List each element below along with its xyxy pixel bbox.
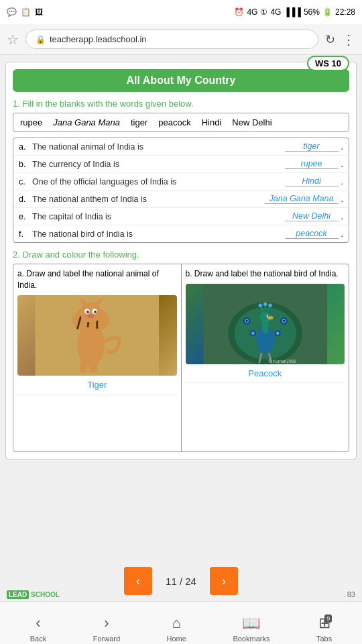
tabs-label: Tabs: [316, 635, 332, 643]
home-label: Home: [167, 635, 186, 643]
letter-f: f.: [19, 229, 29, 239]
next-button[interactable]: ›: [210, 567, 238, 595]
nav-forward[interactable]: › Forward: [93, 614, 120, 643]
lead-text: LEAD: [7, 590, 29, 599]
letter-b: b.: [19, 160, 29, 169]
word-jana-gana-mana: Jana Gana Mana: [53, 117, 120, 127]
current-page: 11: [166, 576, 177, 587]
forward-label: Forward: [93, 635, 120, 643]
answer-a: tiger: [285, 142, 339, 152]
worksheet: WS 10 All About My Country 1. Fill in th…: [5, 62, 357, 460]
text-e: The capital of India is: [32, 212, 282, 221]
bookmarks-label: Bookmarks: [233, 635, 269, 643]
tiger-blank-area: [17, 394, 177, 447]
message-icon: 💬: [7, 7, 17, 17]
svg-point-40: [268, 303, 272, 307]
draw-label-tiger: a. Draw and label the national animal of…: [17, 268, 177, 291]
pagination-bar: LEAD SCHOOL ‹ 11 / 24 › 83: [0, 561, 362, 601]
forward-icon: ›: [104, 614, 109, 632]
network-label: 4G: [247, 7, 257, 17]
page-info: 11 / 24: [166, 576, 196, 587]
fill-row-f: f. The national bird of India is peacock…: [13, 225, 349, 242]
fill-blanks-table: a. The national animal of India is tiger…: [13, 138, 349, 243]
svg-point-13: [87, 314, 95, 318]
4g-label: 4G: [270, 7, 281, 17]
worksheet-title: All About My Country: [13, 69, 349, 92]
url-text: teacherapp.leadschool.in: [50, 34, 147, 44]
reload-icon[interactable]: ↻: [325, 32, 335, 47]
peacock-caption: Peacock: [186, 368, 345, 378]
total-pages: 24: [185, 576, 196, 587]
status-left-icons: 💬 📋 🖼: [7, 7, 43, 17]
battery-label: 56%: [304, 7, 320, 17]
prev-button[interactable]: ‹: [124, 567, 152, 595]
answer-e: New Delhi: [285, 211, 339, 221]
nav-bookmarks[interactable]: 📖 Bookmarks: [233, 614, 269, 643]
svg-point-11: [86, 311, 89, 313]
svg-point-43: [267, 315, 269, 317]
sim-icon: ①: [260, 7, 267, 17]
page-corner-number: 83: [347, 590, 355, 598]
menu-icon[interactable]: ⋮: [342, 32, 355, 48]
bookmark-star-icon[interactable]: ☆: [7, 32, 19, 48]
peacock-image: © Kumari1989: [186, 284, 345, 364]
time-label: 22:28: [335, 7, 355, 17]
nav-back[interactable]: ‹ Back: [30, 614, 46, 643]
clipboard-icon: 📋: [21, 7, 31, 17]
back-icon: ‹: [36, 614, 40, 632]
text-c: One of the official languages of India i…: [32, 177, 282, 186]
svg-point-21: [245, 320, 247, 322]
svg-text:© Kumari1989: © Kumari1989: [268, 359, 296, 364]
peacock-blank-area: [186, 382, 345, 436]
section1-heading: 1. Fill in the blanks with the words giv…: [13, 99, 349, 109]
back-label: Back: [30, 635, 46, 643]
word-rupee: rupee: [20, 117, 42, 127]
svg-point-2: [77, 323, 105, 366]
fill-row-d: d. The national anthem of India is Jana …: [13, 191, 349, 208]
letter-d: d.: [19, 195, 29, 204]
home-icon: ⌂: [172, 614, 181, 632]
fill-row-b: b. The currency of India is rupee .: [13, 156, 349, 173]
lead-badge: LEAD SCHOOL: [7, 591, 60, 598]
answer-b: rupee: [285, 159, 339, 169]
browser-bar: ☆ 🔒 teacherapp.leadschool.in ↻ ⋮: [0, 24, 362, 55]
ws-badge: WS 10: [307, 56, 349, 71]
gallery-icon: 🖼: [35, 7, 43, 17]
svg-point-12: [94, 311, 97, 313]
alarm-icon: ⏰: [234, 7, 244, 17]
word-peacock: peacock: [158, 117, 190, 127]
svg-point-31: [276, 331, 279, 335]
svg-rect-14: [80, 360, 87, 372]
svg-rect-15: [90, 360, 97, 372]
nav-tabs[interactable]: ⊞ Tabs 9: [316, 614, 332, 643]
bookmarks-icon: 📖: [242, 614, 260, 632]
word-bank: rupee Jana Gana Mana tiger peacock Hindi…: [13, 113, 349, 132]
signal-bars: ▐▐▐: [284, 7, 301, 17]
text-f: The national bird of India is: [32, 229, 282, 239]
draw-grid: a. Draw and label the national animal of…: [13, 264, 349, 452]
draw-cell-peacock: b. Draw and label the national bird of I…: [182, 264, 349, 451]
bottom-nav: ‹ Back › Forward ⌂ Home 📖 Bookmarks ⊞ Ta…: [0, 601, 362, 644]
word-hindi: Hindi: [202, 117, 222, 127]
word-tiger: tiger: [131, 117, 147, 127]
nav-home[interactable]: ⌂ Home: [167, 614, 186, 643]
draw-label-peacock: b. Draw and label the national bird of I…: [186, 268, 345, 280]
letter-e: e.: [19, 212, 29, 221]
fill-row-e: e. The capital of India is New Delhi .: [13, 208, 349, 225]
page-separator: /: [180, 576, 185, 587]
letter-a: a.: [19, 142, 29, 152]
svg-point-6: [80, 303, 102, 323]
text-d: The national anthem of India is: [32, 195, 262, 204]
svg-point-36: [258, 303, 262, 307]
tiger-image: [17, 295, 177, 376]
answer-d: Jana Gana Mana: [265, 194, 339, 204]
status-bar: 💬 📋 🖼 ⏰ 4G ① 4G ▐▐▐ 56% 🔋 22:28: [0, 0, 362, 24]
svg-point-29: [251, 331, 254, 335]
svg-point-27: [283, 320, 285, 322]
draw-cell-tiger: a. Draw and label the national animal of…: [13, 264, 182, 451]
url-bar[interactable]: 🔒 teacherapp.leadschool.in: [25, 30, 318, 49]
fill-row-c: c. One of the official languages of Indi…: [13, 173, 349, 191]
word-new-delhi: New Delhi: [232, 117, 272, 127]
section2-heading: 2. Draw and colour the following.: [13, 250, 349, 260]
answer-c: Hindi: [285, 176, 339, 186]
